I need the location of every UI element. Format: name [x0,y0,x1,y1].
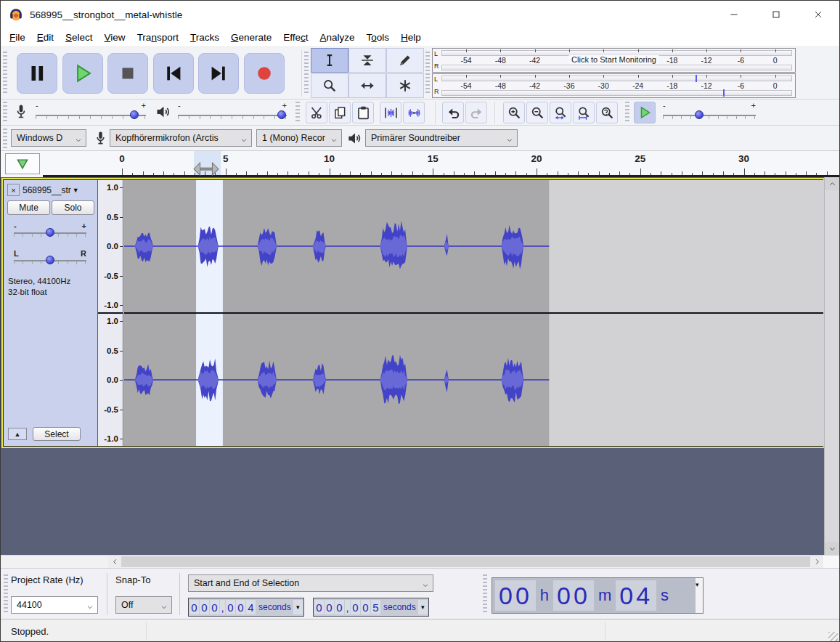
project-rate-select[interactable]: 44100 [11,596,98,614]
time-digit[interactable]: 0 [200,600,209,614]
menu-tools[interactable]: Tools [361,29,396,46]
track-close-button[interactable]: × [7,184,20,196]
time-digit[interactable]: 0 [335,600,344,614]
menu-effect[interactable]: Effect [277,29,314,46]
time-digit[interactable]: , [345,600,350,614]
snap-to-select[interactable]: Off [115,596,172,614]
time-format-dropdown[interactable]: ▾ [293,600,303,614]
slider-thumb[interactable] [130,110,139,119]
time-digit[interactable]: 0 [210,600,219,614]
redo-button[interactable] [465,102,487,123]
zoom-in-button[interactable] [503,102,525,123]
draw-tool-button[interactable] [386,48,424,73]
time-digit[interactable]: 0 [351,600,360,614]
scroll-up-button[interactable] [825,177,839,190]
menu-transport[interactable]: Transport [131,29,184,46]
zoom-out-button[interactable] [526,102,548,123]
time-digit[interactable]: 0 [226,600,235,614]
recording-volume-slider[interactable]: -+ [36,102,146,123]
menu-select[interactable]: Select [60,29,99,46]
toolbar-grip[interactable] [4,574,8,614]
maximize-button[interactable] [755,1,797,28]
menu-tracks[interactable]: Tracks [184,29,225,46]
time-digit[interactable]: 0 [236,600,245,614]
resize-grip-icon[interactable] [828,632,838,641]
mute-button[interactable]: Mute [7,200,50,215]
hscroll-thumb[interactable] [121,556,810,567]
undo-button[interactable] [442,102,464,123]
menu-file[interactable]: File [4,29,31,46]
waveform-channel-right[interactable] [124,314,823,446]
pause-button[interactable] [17,53,57,94]
menu-generate[interactable]: Generate [225,29,277,46]
track-pan-slider[interactable]: LR [14,250,86,272]
slider-thumb[interactable] [46,228,54,237]
recording-device-select[interactable]: Kopfhörermikrofon (Arctis [110,129,252,147]
zoom-tool-button[interactable] [311,73,348,98]
toolbar-grip[interactable] [3,102,7,123]
menu-analyze[interactable]: Analyze [314,29,361,46]
playback-volume-slider[interactable]: -+ [178,102,287,123]
play-at-speed-button[interactable] [634,102,656,123]
time-digit[interactable]: 0 [189,600,199,614]
selection-start-field[interactable]: 000,004seconds▾ [188,598,304,617]
timeline-ruler[interactable]: 051015202530 [43,151,839,177]
menu-edit[interactable]: Edit [31,29,60,46]
menu-view[interactable]: View [99,29,131,46]
skip-to-end-button[interactable] [198,53,239,94]
playback-meter[interactable]: LR-54-48-42-36-30-24-18-12-60 [432,73,796,98]
position-format-dropdown[interactable]: ▾ [696,578,703,613]
audio-position-display[interactable]: 00h00m04s▾ [492,577,704,614]
time-digit[interactable]: 0 [361,600,370,614]
playback-device-select[interactable]: Primärer Soundtreiber [365,129,518,147]
selection-tool-button[interactable] [311,48,348,73]
scroll-right-button[interactable] [810,556,823,568]
play-speed-slider[interactable]: -+ [663,102,756,123]
silence-audio-button[interactable] [403,102,425,123]
multi-tool-button[interactable] [386,73,424,98]
selection-mode-select[interactable]: Start and End of Selection [188,574,433,592]
toolbar-grip[interactable] [425,52,430,95]
selection-end-field[interactable]: 000,005seconds▾ [313,598,429,617]
play-button[interactable] [62,53,103,94]
trim-audio-button[interactable] [380,102,401,123]
skip-to-start-button[interactable] [153,53,194,94]
toolbar-grip[interactable] [483,574,487,614]
track-select-button[interactable]: Select [33,427,81,441]
fit-selection-button[interactable] [550,102,571,123]
copy-button[interactable] [329,102,351,123]
recording-meter[interactable]: LR-54-48-42-18-12-60Click to Start Monit… [432,48,796,73]
time-format-dropdown[interactable]: ▾ [418,600,428,614]
recording-channels-select[interactable]: 1 (Mono) Recor [256,129,342,147]
cut-button[interactable] [306,102,327,123]
solo-button[interactable]: Solo [52,200,94,215]
toolbar-grip[interactable] [3,52,7,95]
scroll-left-button[interactable] [108,556,121,568]
meter-overlay-text[interactable]: Click to Start Monitoring [568,55,659,64]
timeline-pin-button[interactable] [5,153,40,174]
time-digit[interactable]: 5 [371,600,380,614]
zoom-toggle-button[interactable] [596,102,618,123]
audio-host-select[interactable]: Windows D [11,129,86,147]
waveform-channel-left[interactable] [124,180,823,312]
stop-button[interactable] [107,53,148,94]
slider-thumb[interactable] [695,110,704,119]
track-collapse-button[interactable]: ▲ [8,428,27,440]
toolbar-grip[interactable] [3,129,7,148]
minimize-button[interactable] [713,1,755,28]
menu-help[interactable]: Help [395,29,427,46]
track-name-menu[interactable]: 568995__str▼ [23,184,95,196]
vertical-scrollbar[interactable] [824,177,839,555]
slider-thumb[interactable] [46,256,54,264]
envelope-tool-button[interactable] [348,48,386,73]
close-button[interactable] [797,1,839,28]
time-digit[interactable]: , [220,600,225,614]
time-digit[interactable]: 0 [314,600,324,614]
scroll-down-button[interactable] [825,542,839,555]
track-gain-slider[interactable]: -+ [14,222,86,244]
fit-project-button[interactable] [573,102,595,123]
waveform-area[interactable] [124,180,823,446]
slider-thumb[interactable] [277,110,286,119]
toolbar-grip[interactable] [295,102,300,123]
time-digit[interactable]: 0 [325,600,334,614]
